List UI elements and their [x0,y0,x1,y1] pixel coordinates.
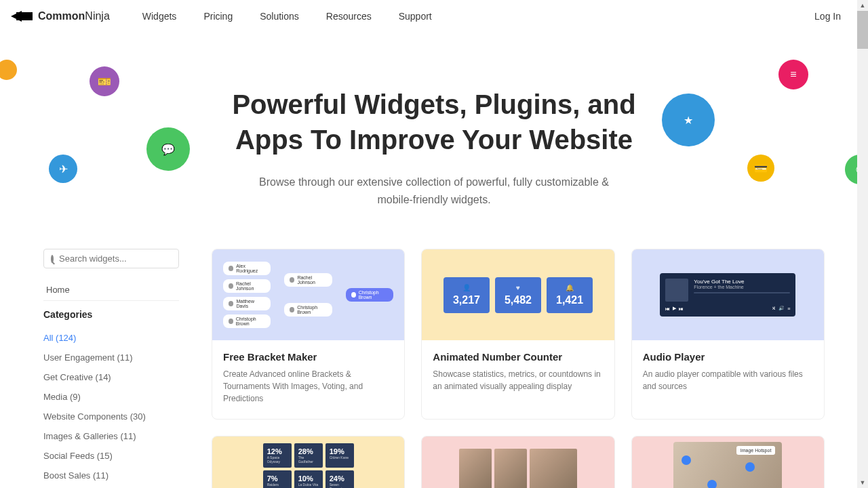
card-title: Audio Player [643,351,813,363]
card-body: Animated Number Counter Showcase statist… [422,340,614,403]
card-desc: Create Advanced online Brackets & Tourna… [223,368,393,405]
hotspot-mock: Image Hotspot [673,442,782,488]
category-list: All (124) User Engagement (11) Get Creat… [43,328,179,488]
card-title: Free Bracket Maker [223,351,393,363]
login-link[interactable]: Log In [814,11,841,22]
pct-mock: 12%A Space Odyssey 28%The Godfather 19%C… [263,443,354,488]
hero-title: Powerful Widgets, Plugins, and Apps To I… [197,87,671,157]
nav-pricing[interactable]: Pricing [203,11,233,22]
scroll-down-icon[interactable]: ▼ [857,477,868,488]
cat-user-engagement[interactable]: User Engagement (11) [43,348,179,367]
card-body: Free Bracket Maker Create Advanced onlin… [212,340,404,415]
card-preview [422,436,614,488]
logo-text-b: Ninja [85,10,109,22]
hero-subtitle: Browse through our extensive collection … [258,174,610,208]
hero-icon-7: 💳 [747,155,774,182]
cat-media[interactable]: Media (9) [43,387,179,407]
card-preview: Alex Rodriguez Rachel Johnson Matthew Da… [212,249,404,340]
search-icon [51,255,54,263]
card-preview: You've Got The Love Florence + the Machi… [632,249,824,340]
header: CommonNinja Widgets Pricing Solutions Re… [0,0,868,33]
main-nav: Widgets Pricing Solutions Resources Supp… [142,11,814,22]
card-preview: 👤3,217 ♥5,482 🔔1,421 [422,249,614,340]
photo-grid [459,449,577,488]
widget-grid: Alex Rodriguez Rachel Johnson Matthew Da… [212,249,825,488]
card-title: Animated Number Counter [433,351,603,363]
sidebar: Home Categories All (124) User Engagemen… [43,249,179,488]
logo[interactable]: CommonNinja [16,10,110,22]
logo-icon [16,12,33,20]
hero-icon-4: ✈ [49,155,77,183]
card-audio-player[interactable]: You've Got The Love Florence + the Machi… [631,249,825,420]
card-number-counter[interactable]: 👤3,217 ♥5,482 🔔1,421 Animated Number Cou… [421,249,614,420]
search-box[interactable] [43,249,179,268]
cat-get-creative[interactable]: Get Creative (14) [43,367,179,387]
nav-widgets[interactable]: Widgets [142,11,177,22]
card-preview: 12%A Space Odyssey 28%The Godfather 19%C… [212,436,404,488]
card-partial-2[interactable] [421,436,614,488]
cat-all[interactable]: All (124) [43,328,179,348]
scroll-up-icon[interactable]: ▲ [857,0,868,11]
audio-mock: You've Got The Love Florence + the Machi… [660,273,795,317]
scrollbar-thumb[interactable] [857,11,868,49]
nav-support[interactable]: Support [399,11,432,22]
nav-resources[interactable]: Resources [326,11,372,22]
nav-solutions[interactable]: Solutions [260,11,299,22]
search-input[interactable] [59,253,173,264]
cat-images-galleries[interactable]: Images & Galleries (11) [43,426,179,446]
sidebar-home[interactable]: Home [43,279,179,301]
hero-icon-6: ≡ [778,60,808,89]
counter-mock: 👤3,217 ♥5,482 🔔1,421 [443,277,593,313]
card-desc: Showcase statistics, metrics, or countdo… [433,368,603,392]
hero: 🎫 💬 ✈ ★ ≡ 💳 ✆ Powerful Widgets, Plugins,… [0,33,868,235]
card-partial-1[interactable]: 12%A Space Odyssey 28%The Godfather 19%C… [212,436,405,488]
hero-icon-1 [0,60,17,80]
bracket-mock: Alex Rodriguez Rachel Johnson Matthew Da… [223,262,393,328]
cat-boost-sales[interactable]: Boost Sales (11) [43,466,179,485]
cat-forms[interactable]: Forms (11) [43,485,179,488]
card-preview: Image Hotspot [632,436,824,488]
cat-social-feeds[interactable]: Social Feeds (15) [43,446,179,466]
hero-icon-2: 🎫 [90,66,119,96]
scrollbar[interactable]: ▲ ▼ [857,0,868,488]
cat-website-components[interactable]: Website Components (30) [43,407,179,426]
hero-icon-3: 💬 [146,127,190,171]
card-body: Audio Player An audio player compatible … [632,340,824,403]
logo-text-a: Common [38,10,85,22]
card-desc: An audio player compatible with various … [643,368,813,392]
sidebar-heading: Categories [43,309,179,320]
card-partial-3[interactable]: Image Hotspot [631,436,825,488]
main-content: Home Categories All (124) User Engagemen… [0,235,868,488]
hero-icon-5: ★ [662,94,715,146]
card-bracket-maker[interactable]: Alex Rodriguez Rachel Johnson Matthew Da… [212,249,405,420]
